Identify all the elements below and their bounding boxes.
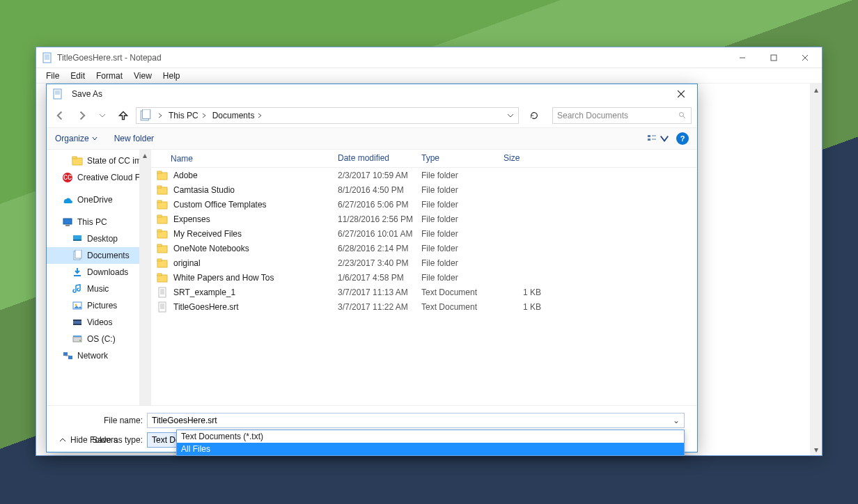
search-placeholder: Search Documents xyxy=(557,111,678,120)
file-row[interactable]: original2/23/2017 3:40 PMFile folder xyxy=(151,255,697,270)
chevron-down-icon xyxy=(92,136,98,141)
file-type: File folder xyxy=(416,244,498,253)
scroll-up-icon[interactable]: ▴ xyxy=(810,84,822,95)
menu-view[interactable]: View xyxy=(130,70,156,82)
scroll-down-icon[interactable]: ▾ xyxy=(810,443,822,455)
crumb-documents[interactable]: Documents xyxy=(211,111,265,120)
svg-rect-50 xyxy=(157,200,162,203)
file-name: Adobe xyxy=(173,171,198,180)
scroll-up-icon[interactable]: ▴ xyxy=(139,150,150,161)
new-folder-button[interactable]: New folder xyxy=(114,134,154,143)
svg-rect-16 xyxy=(143,109,150,119)
chevron-down-icon[interactable]: ⌄ xyxy=(673,416,680,425)
breadcrumb[interactable]: This PC Documents xyxy=(136,107,519,124)
tree-item-label: Network xyxy=(77,351,108,361)
dialog-titlebar[interactable]: Save As xyxy=(47,84,697,104)
file-date: 8/1/2016 4:50 PM xyxy=(332,185,416,195)
file-type: File folder xyxy=(416,229,498,239)
svg-rect-6 xyxy=(771,55,777,61)
svg-line-18 xyxy=(683,116,685,118)
nav-up-button[interactable] xyxy=(115,107,132,124)
file-name: TitleGoesHere.srt xyxy=(173,302,239,312)
organize-button[interactable]: Organize xyxy=(55,134,98,143)
tree-item-label: Desktop xyxy=(87,234,118,244)
file-row[interactable]: OneNote Notebooks6/28/2016 2:14 PMFile f… xyxy=(151,241,697,255)
svg-rect-27 xyxy=(63,219,72,224)
close-button[interactable] xyxy=(789,48,820,68)
tree-item[interactable]: Documents xyxy=(47,247,150,264)
type-option[interactable]: All Files xyxy=(177,443,684,455)
tree-item-label: Videos xyxy=(87,317,112,327)
file-row[interactable]: White Papers and How Tos1/6/2017 4:58 PM… xyxy=(151,270,697,285)
file-row[interactable]: SRT_example_13/7/2017 11:13 AMText Docum… xyxy=(151,285,697,299)
notepad-scrollbar[interactable]: ▴ ▾ xyxy=(810,84,822,455)
type-option[interactable]: Text Documents (*.txt) xyxy=(177,430,684,443)
menu-edit[interactable]: Edit xyxy=(66,70,89,82)
crumb-dropdown-button[interactable] xyxy=(507,112,515,119)
search-input[interactable]: Search Documents xyxy=(552,107,692,124)
file-row[interactable]: Custom Office Templates6/27/2016 5:06 PM… xyxy=(151,197,697,212)
column-name[interactable]: Name xyxy=(151,150,332,167)
file-list: Name Date modified Type Size Adobe2/3/20… xyxy=(151,150,697,405)
file-name-field[interactable]: TitleGoesHere.srt ⌄ xyxy=(147,413,685,428)
file-type: File folder xyxy=(416,171,498,180)
tree-item[interactable]: Downloads xyxy=(47,264,150,281)
tree-item[interactable]: Pictures xyxy=(47,297,150,314)
tree-item[interactable]: Desktop xyxy=(47,230,150,247)
column-size[interactable]: Size xyxy=(498,150,554,167)
svg-rect-43 xyxy=(68,356,72,359)
menu-file[interactable]: File xyxy=(42,70,63,82)
menu-format[interactable]: Format xyxy=(92,70,127,82)
tree-item[interactable]: Music xyxy=(47,281,150,297)
menu-help[interactable]: Help xyxy=(159,70,185,82)
tree-item[interactable]: OneDrive xyxy=(47,191,150,208)
save-as-type-dropdown[interactable]: Text Documents (*.txt)All Files xyxy=(176,430,685,456)
notepad-titlebar[interactable]: TitleGoesHere.srt - Notepad xyxy=(36,47,822,68)
dialog-toolbar: Organize New folder ? xyxy=(47,127,697,150)
file-type: File folder xyxy=(416,214,498,224)
svg-point-17 xyxy=(680,113,684,117)
file-type: File folder xyxy=(416,273,498,283)
file-row[interactable]: Expenses11/28/2016 2:56 PMFile folder xyxy=(151,212,697,226)
column-type[interactable]: Type xyxy=(416,150,498,167)
tree-item-label: Downloads xyxy=(87,267,128,277)
file-name: original xyxy=(173,258,201,268)
tree-item[interactable]: ccCreative Cloud Fil xyxy=(47,169,150,186)
tree-item[interactable]: This PC xyxy=(47,214,150,230)
maximize-button[interactable] xyxy=(758,48,789,68)
tree-item[interactable]: Network xyxy=(47,347,150,364)
svg-rect-32 xyxy=(75,250,81,258)
column-date[interactable]: Date modified xyxy=(332,150,416,167)
view-options-button[interactable] xyxy=(647,134,669,143)
file-name: OneNote Notebooks xyxy=(173,244,249,253)
svg-rect-42 xyxy=(63,352,68,356)
file-date: 2/3/2017 10:59 AM xyxy=(332,171,416,180)
tree-scrollbar[interactable]: ▴ xyxy=(139,150,150,405)
nav-recent-button[interactable] xyxy=(94,107,111,124)
desktop-wallpaper: TitleGoesHere.srt - Notepad File Edit Fo… xyxy=(0,0,858,504)
tree-item[interactable]: Videos xyxy=(47,314,150,331)
file-row[interactable]: My Received Files6/27/2016 10:01 AMFile … xyxy=(151,226,697,241)
file-row[interactable]: Adobe2/3/2017 10:59 AMFile folder xyxy=(151,168,697,182)
crumb-sep-0[interactable] xyxy=(156,113,164,118)
nav-forward-button[interactable] xyxy=(73,107,90,124)
svg-point-35 xyxy=(75,304,77,306)
hide-folders-button[interactable]: Hide Folders xyxy=(59,435,118,445)
file-type: File folder xyxy=(416,185,498,195)
refresh-button[interactable] xyxy=(526,107,543,124)
file-row[interactable]: Camtasia Studio8/1/2016 4:50 PMFile fold… xyxy=(151,182,697,197)
file-list-header[interactable]: Name Date modified Type Size xyxy=(151,150,697,168)
file-date: 1/6/2017 4:58 PM xyxy=(332,273,416,283)
tree-item[interactable]: State of CC imag xyxy=(47,152,150,169)
navigation-tree[interactable]: State of CC imagccCreative Cloud FilOneD… xyxy=(47,150,151,405)
file-row[interactable]: TitleGoesHere.srt3/7/2017 11:22 AMText D… xyxy=(151,299,697,314)
file-date: 6/27/2016 10:01 AM xyxy=(332,229,416,239)
tree-item[interactable]: OS (C:) xyxy=(47,331,150,347)
dialog-close-button[interactable] xyxy=(671,85,692,103)
file-date: 3/7/2017 11:22 AM xyxy=(332,302,416,312)
minimize-button[interactable] xyxy=(726,48,758,68)
crumb-this-pc[interactable]: This PC xyxy=(167,111,208,120)
svg-rect-19 xyxy=(648,135,650,137)
help-button[interactable]: ? xyxy=(676,132,689,145)
nav-back-button[interactable] xyxy=(52,107,69,124)
